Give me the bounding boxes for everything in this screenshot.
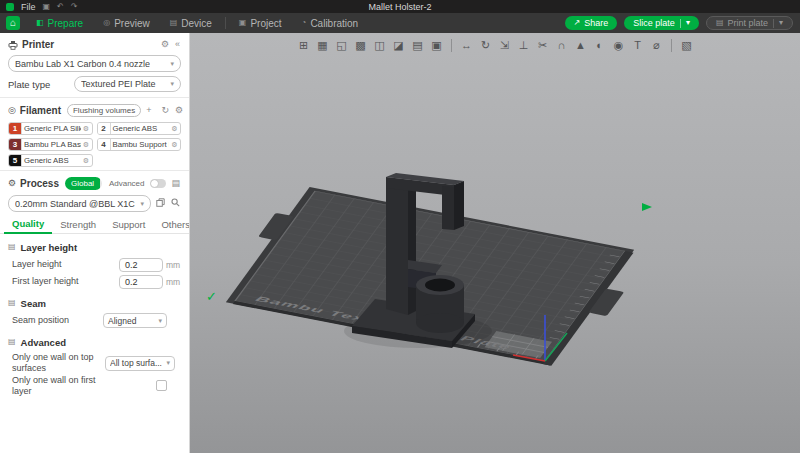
seam-position-select[interactable]: Aligned ▾ [103,313,167,328]
arrange-icon[interactable]: ▩ [352,36,369,54]
process-tab-strength[interactable]: Strength [52,219,104,233]
place-on-face-icon[interactable]: ⊥ [515,36,532,54]
process-global-toggle[interactable]: Global [65,177,100,190]
toolbar-divider [451,39,452,52]
printer-section-title: Printer [22,39,54,50]
wall-first-layer-checkbox[interactable] [156,380,167,391]
filament-slot-3[interactable]: 3 Bambu PLA Basic ⚙ [8,138,93,151]
printer-preset-select[interactable]: Bambu Lab X1 Carbon 0.4 nozzle ▾ [8,55,181,72]
add-filament-icon[interactable]: + [145,106,152,115]
filament-slot-4[interactable]: 4 Bambu Support For P... ⚙ [97,138,182,151]
mesh-boolean-icon[interactable]: ∩ [553,36,570,54]
tab-divider [225,17,226,29]
auto-orient-icon[interactable]: ◱ [333,36,350,54]
tab-device[interactable]: ▤ Device [160,13,222,33]
filament-edit-icon[interactable]: ⚙ [169,141,180,149]
undo-icon[interactable]: ↶ [57,3,64,11]
viewport-3d[interactable]: Bambu Textured PEI Plate [190,33,800,453]
tab-project[interactable]: ▣ Project [229,13,292,33]
sync-filament-icon[interactable]: ↻ [161,106,171,115]
printer-settings-icon[interactable]: ⚙ [160,40,170,49]
color-paint-icon[interactable]: ◐ [591,36,608,54]
filament-color-swatch[interactable]: 5 [9,155,22,166]
layer-height-input[interactable]: 0.2 [119,258,163,272]
plate-check-icon[interactable]: ✓ [206,289,217,304]
chevron-down-icon: ▾ [158,317,162,325]
process-tab-support[interactable]: Support [104,219,153,233]
measure-icon[interactable]: ⌀ [648,36,665,54]
filament-section-header: ◎ Filament Flushing volumes + ↻ ⚙ [0,101,189,120]
filament-slot-5[interactable]: 5 Generic ABS ⚙ [8,154,93,167]
process-tab-others[interactable]: Others [153,219,190,233]
process-tab-quality[interactable]: Quality [4,218,52,234]
filament-list: 1 Generic PLA Silk ⚙ 2 Generic ABS ⚙ 3 B… [8,122,181,167]
advanced-group-header: ▤ Advanced [0,333,189,351]
support-paint-icon[interactable]: ▲ [572,36,589,54]
copy-preset-icon[interactable] [155,198,166,209]
layer-height-group-title: Layer height [21,242,78,253]
slice-dropdown-icon[interactable]: ▾ [686,19,690,27]
plate-type-select[interactable]: Textured PEI Plate ▾ [74,76,181,92]
seam-group-icon: ▤ [8,299,16,307]
seam-paint-icon[interactable]: ◉ [610,36,627,54]
print-plate-button[interactable]: ▤ Print plate ▾ [706,16,793,30]
process-preset-row: 0.20mm Standard @BBL X1C ▾ [8,195,181,212]
filament-color-swatch[interactable]: 4 [98,139,111,150]
wall-top-row: Only one wall on top surfaces All top su… [0,351,189,375]
home-tab[interactable]: ⌂ [0,13,26,33]
share-button[interactable]: ↗ Share [565,16,618,30]
tab-calibration-label: Calibration [310,18,358,29]
assembly-icon[interactable]: ▧ [678,36,695,54]
variable-layer-icon[interactable]: ▤ [409,36,426,54]
sidebar-collapse-icon[interactable]: « [174,40,181,49]
filament-edit-icon[interactable]: ⚙ [81,157,92,165]
process-preset-select[interactable]: 0.20mm Standard @BBL X1C ▾ [8,195,151,212]
search-preset-icon[interactable] [170,198,181,209]
cut-icon[interactable]: ✂ [534,36,551,54]
redo-icon[interactable]: ↷ [71,3,78,11]
first-layer-height-label: First layer height [12,276,79,287]
process-objects-toggle[interactable]: Objects [100,177,102,190]
tab-prepare[interactable]: ◧ Prepare [26,13,93,33]
layer-height-unit: mm [166,260,181,270]
file-menu[interactable]: File [21,2,36,12]
plate-settings-icon[interactable]: ▣ [428,36,445,54]
chevron-down-icon: ▾ [170,80,174,88]
toolbar-divider [671,39,672,52]
compare-presets-icon[interactable]: ▤ [170,179,181,188]
rotate-icon[interactable]: ↻ [477,36,494,54]
split-objects-icon[interactable]: ◫ [371,36,388,54]
filament-edit-icon[interactable]: ⚙ [81,141,92,149]
wall-top-label: Only one wall on top surfaces [12,352,105,374]
split-parts-icon[interactable]: ◪ [390,36,407,54]
process-icon: ⚙ [8,179,16,188]
save-icon[interactable]: ▣ [43,3,51,11]
text-icon[interactable]: T [629,36,646,54]
move-icon[interactable]: ↔ [458,36,475,54]
filament-name: Generic ABS [111,124,170,133]
tab-calibration[interactable]: ◔ Calibration [292,13,369,33]
first-layer-height-input[interactable]: 0.2 [119,275,163,289]
add-icon[interactable]: ⊞ [295,36,312,54]
plate-type-row: Plate type Textured PEI Plate ▾ [8,76,181,92]
filament-slot-2[interactable]: 2 Generic ABS ⚙ [97,122,182,135]
chevron-down-icon: ▾ [170,60,174,68]
printer-section-header: Printer ⚙ « [0,35,189,54]
advanced-toggle[interactable] [150,179,166,188]
filament-color-swatch[interactable]: 3 [9,139,22,150]
filament-color-swatch[interactable]: 1 [9,123,22,134]
slice-plate-button[interactable]: Slice plate ▾ [624,16,699,30]
print-dropdown-icon[interactable]: ▾ [779,19,783,27]
flushing-volumes-button[interactable]: Flushing volumes [67,104,141,117]
filament-settings-icon[interactable]: ⚙ [174,106,184,115]
scale-icon[interactable]: ⇲ [496,36,513,54]
tab-preview[interactable]: ◎ Preview [93,13,160,33]
main-tabbar: ⌂ ◧ Prepare ◎ Preview ▤ Device ▣ Project… [0,13,800,33]
filament-edit-icon[interactable]: ⚙ [81,125,92,133]
filament-color-swatch[interactable]: 2 [98,123,111,134]
wall-top-select[interactable]: All top surfa... ▾ [105,356,175,371]
add-plate-icon[interactable]: ▦ [314,36,331,54]
filament-edit-icon[interactable]: ⚙ [169,125,180,133]
filament-name: Generic PLA Silk [22,124,81,133]
filament-slot-1[interactable]: 1 Generic PLA Silk ⚙ [8,122,93,135]
